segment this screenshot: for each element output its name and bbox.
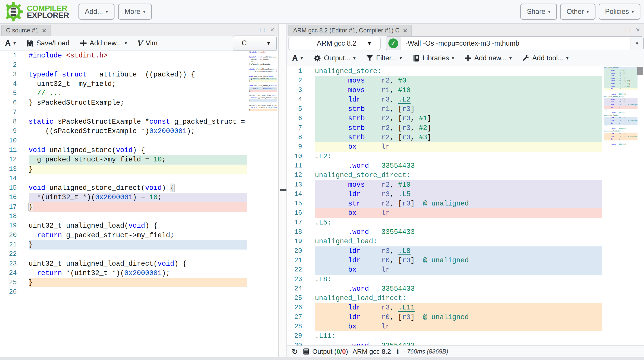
scrollbar-thumb[interactable] [637, 67, 643, 75]
asm-line[interactable]: 14 ldr r3, .L5 [287, 190, 644, 199]
recompile-button[interactable]: ↻ [292, 347, 298, 356]
add-new-button[interactable]: Add new... ▾ [464, 54, 512, 62]
asm-line[interactable]: 16 bx lr [287, 208, 644, 218]
filter-button[interactable]: Filter... ▾ [366, 54, 402, 62]
pane-splitter[interactable] [279, 24, 287, 357]
minimap-line: strb r2, [r3, #3] [603, 85, 638, 88]
source-line[interactable]: 5 // ... [0, 89, 278, 98]
source-line[interactable]: 10 [0, 136, 278, 146]
asm-line[interactable]: 1unaligned_store: [287, 67, 644, 76]
source-line[interactable]: 20 return g_packed_struct->my_field; [0, 231, 278, 240]
source-line[interactable]: 7 [0, 108, 278, 117]
asm-line[interactable]: 10.L2: [287, 152, 644, 161]
splitter-handle-icon[interactable] [280, 189, 286, 191]
asm-line[interactable]: 26 ldr r3, .L11 [287, 303, 644, 312]
asm-line[interactable]: 28 bx lr [287, 322, 644, 332]
tab-close-icon[interactable]: × [42, 27, 46, 34]
asm-line[interactable]: 7 strb r2, [r3, #2] [287, 124, 644, 133]
maximize-icon[interactable]: □ [260, 26, 264, 34]
source-line[interactable]: 17} [0, 202, 278, 212]
source-line[interactable]: 19uint32_t unaligned_load(void) { [0, 221, 278, 230]
info-icon[interactable]: i [397, 348, 399, 356]
logo[interactable]: COMPILER EXPLORER [3, 1, 69, 22]
source-line[interactable]: 12 g_packed_struct->my_field = 10; [0, 155, 278, 164]
language-select[interactable]: C ▼ [233, 36, 276, 51]
asm-line[interactable]: 20 ldr r3, .L8 [287, 246, 644, 256]
share-button[interactable]: Share ▾ [520, 4, 557, 20]
source-line[interactable]: 3typedef struct __attribute__((packed)) … [0, 70, 278, 80]
minimap-line [249, 111, 277, 114]
close-icon[interactable]: × [270, 26, 274, 34]
source-editor[interactable]: 1#include <stdint.h>23typedef struct __a… [0, 50, 278, 357]
asm-line[interactable]: 8 strb r2, [r3, #3] [287, 133, 644, 142]
tab-close-icon[interactable]: × [403, 27, 407, 34]
asm-line[interactable]: 5 strb r1, [r3] [287, 104, 644, 114]
asm-line[interactable]: 22 bx lr [287, 265, 644, 274]
asm-line[interactable]: 25unaligned_load_direct: [287, 294, 644, 303]
libraries-button[interactable]: Libraries ▾ [412, 54, 454, 62]
source-line[interactable]: 21} [0, 240, 278, 250]
source-line[interactable]: 6} sPackedStructExample; [0, 98, 278, 108]
source-line[interactable]: 8static sPackedStructExample *const g_pa… [0, 117, 278, 126]
policies-button[interactable]: Policies ▾ [598, 4, 640, 20]
asm-line[interactable]: 24 .word 33554433 [287, 284, 644, 294]
line-number: 8 [0, 117, 17, 126]
asm-line[interactable]: 9 bx lr [287, 142, 644, 152]
asm-line[interactable]: 12unaligned_store_direct: [287, 170, 644, 180]
save-load-button[interactable]: Save/Load [26, 39, 70, 47]
source-line[interactable]: 11void unaligned_store(void) { [0, 146, 278, 155]
source-line[interactable]: 1#include <stdint.h> [0, 51, 278, 60]
asm-line[interactable]: 4 ldr r3, .L2 [287, 95, 644, 104]
source-line[interactable]: 22 [0, 250, 278, 259]
asm-line[interactable]: 17.L5: [287, 218, 644, 228]
source-line[interactable]: 14 [0, 174, 278, 183]
asm-line[interactable]: 6 strb r2, [r3, #1] [287, 114, 644, 123]
tab-source[interactable]: C source #1 × [1, 25, 51, 36]
line-content: void unaligned_store_direct(void) { [249, 85, 277, 87]
source-line[interactable]: 9 ((sPackedStructExample *)0x2000001); [0, 126, 278, 136]
compiler-options-input[interactable] [400, 37, 630, 50]
source-line[interactable]: 18 [0, 212, 278, 221]
add-tool-button[interactable]: Add tool... ▾ [522, 54, 568, 62]
source-line[interactable]: 25} [0, 278, 278, 287]
asm-line[interactable]: 15 str r2, [r3] @ unaligned [287, 199, 644, 208]
compiler-select[interactable]: ARM gcc 8.2 ▼ [288, 37, 380, 50]
source-line[interactable]: 16 *(uint32_t *)(0x2000001) = 10; [0, 193, 278, 202]
line-content: ldr r0, [r3] @ unaligned [315, 256, 602, 265]
asm-line[interactable]: 21 ldr r0, [r3] @ unaligned [287, 256, 644, 265]
source-line[interactable]: 4 uint32_t my_field; [0, 80, 278, 89]
line-number: 28 [287, 322, 302, 332]
asm-line[interactable]: 27 ldr r0, [r3] @ unaligned [287, 312, 644, 322]
asm-line[interactable]: 13 movs r2, #10 [287, 180, 644, 190]
font-size-button[interactable]: A ▾ [292, 54, 303, 63]
asm-minimap[interactable]: unaligned_store: movs r2, #0 movs r1, #1… [603, 67, 638, 149]
add-button[interactable]: Add... ▾ [78, 4, 115, 20]
source-minimap[interactable]: #include <stdint.h>typedef struct __attr… [249, 51, 277, 118]
asm-line[interactable]: 18 .word 33554433 [287, 228, 644, 237]
tab-compiler[interactable]: ARM gcc 8.2 (Editor #1, Compiler #1) C × [288, 25, 412, 36]
source-line[interactable]: 24 return *(uint32_t *)(0x2000001); [0, 268, 278, 278]
asm-line[interactable]: 29.L11: [287, 332, 644, 341]
asm-line[interactable]: 2 movs r2, #0 [287, 76, 644, 86]
source-line[interactable]: 23uint32_t unaligned_load_direct(void) { [0, 259, 278, 268]
close-icon[interactable]: × [636, 26, 640, 34]
asm-editor[interactable]: 1unaligned_store:2 movs r2, #03 movs r1,… [287, 66, 644, 346]
options-dropdown-button[interactable]: ▾ [630, 37, 643, 50]
vim-button[interactable]: V Vim [137, 38, 158, 48]
asm-line[interactable]: 23.L8: [287, 275, 644, 284]
add-new-button[interactable]: Add new... ▾ [80, 39, 127, 47]
more-button[interactable]: More ▾ [118, 4, 152, 20]
source-line[interactable]: 2 [0, 60, 278, 70]
asm-line[interactable]: 11 .word 33554433 [287, 161, 644, 170]
asm-line[interactable]: 30 .word 33554433 [287, 341, 644, 346]
source-line[interactable]: 15void unaligned_store_direct(void) { [0, 183, 278, 193]
source-line[interactable]: 26 [0, 287, 278, 297]
output-button[interactable]: Output (0/0) [302, 348, 348, 355]
maximize-icon[interactable]: □ [626, 26, 630, 34]
source-line[interactable]: 13} [0, 164, 278, 174]
other-button[interactable]: Other ▾ [560, 4, 596, 20]
output-menu-button[interactable]: Output... ▾ [313, 54, 356, 62]
asm-line[interactable]: 3 movs r1, #10 [287, 86, 644, 95]
font-size-button[interactable]: A ▾ [5, 38, 16, 48]
asm-line[interactable]: 19unaligned_load: [287, 237, 644, 246]
